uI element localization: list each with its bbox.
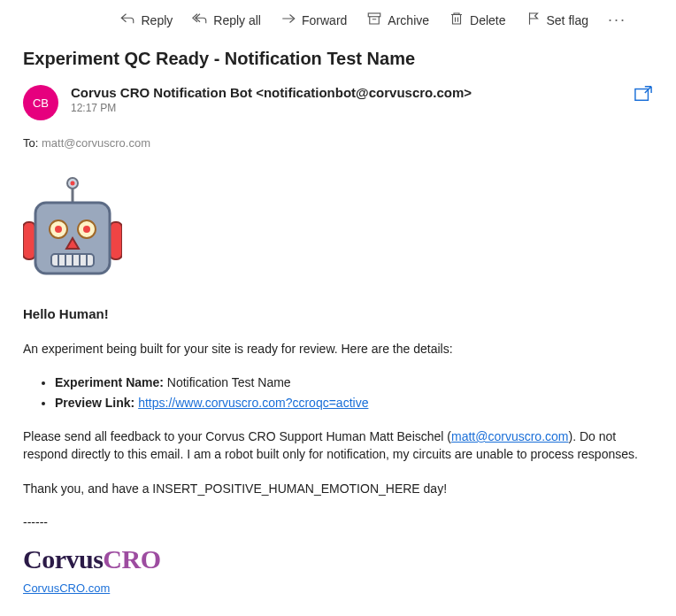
forward-label: Forward bbox=[302, 13, 347, 27]
email-header: CB Corvus CRO Notification Bot <notifica… bbox=[23, 85, 653, 120]
sent-time: 12:17 PM bbox=[71, 102, 621, 114]
logo-corvus: Corvus bbox=[23, 544, 103, 574]
message-toolbar: Reply Reply all Forward Archive Delete S… bbox=[0, 0, 648, 40]
set-flag-label: Set flag bbox=[547, 13, 588, 27]
corvuscro-logo: CorvusCRO bbox=[23, 540, 653, 579]
forward-icon bbox=[280, 11, 296, 29]
robot-icon bbox=[23, 176, 653, 287]
to-label: To: bbox=[23, 136, 38, 150]
to-value: matt@corvuscro.com bbox=[42, 136, 150, 150]
reply-all-icon bbox=[192, 11, 208, 29]
sender-avatar: CB bbox=[23, 85, 58, 120]
greeting: Hello Human! bbox=[23, 304, 653, 324]
experiment-name-value: Notification Test Name bbox=[167, 375, 291, 389]
email-subject: Experiment QC Ready - Notification Test … bbox=[23, 49, 653, 69]
delete-label: Delete bbox=[470, 13, 505, 27]
reply-icon bbox=[119, 11, 135, 29]
preview-link-label: Preview Link: bbox=[55, 396, 134, 410]
delete-button[interactable]: Delete bbox=[449, 11, 505, 29]
svg-rect-0 bbox=[369, 13, 381, 17]
sender-display: Corvus CRO Notification Bot <notificatio… bbox=[71, 85, 621, 100]
signature-divider: ------ bbox=[23, 513, 653, 531]
svg-rect-1 bbox=[635, 89, 649, 101]
thanks-text: Thank you, and have a INSERT_POSITIVE_HU… bbox=[23, 480, 653, 497]
feedback-pre: Please send all feedback to your Corvus … bbox=[23, 429, 451, 443]
reply-all-label: Reply all bbox=[213, 13, 261, 27]
svg-rect-5 bbox=[23, 222, 35, 259]
list-item: Preview Link: https://www.corvuscro.com?… bbox=[55, 394, 653, 412]
delete-icon bbox=[449, 11, 465, 29]
flag-icon bbox=[526, 11, 542, 29]
list-item: Experiment Name: Notification Test Name bbox=[55, 373, 653, 391]
reply-all-button[interactable]: Reply all bbox=[192, 11, 261, 29]
archive-icon bbox=[366, 11, 382, 29]
reply-label: Reply bbox=[141, 13, 173, 27]
intro-text: An experiment being built for your site … bbox=[23, 340, 653, 358]
feedback-paragraph: Please send all feedback to your Corvus … bbox=[23, 427, 653, 464]
svg-point-9 bbox=[55, 226, 62, 233]
more-actions-button[interactable]: ··· bbox=[608, 11, 626, 29]
forward-button[interactable]: Forward bbox=[280, 11, 347, 29]
svg-rect-6 bbox=[110, 222, 122, 259]
svg-point-11 bbox=[83, 226, 90, 233]
preview-link[interactable]: https://www.corvuscro.com?ccroqc=active bbox=[138, 396, 368, 410]
svg-point-4 bbox=[71, 181, 75, 186]
details-list: Experiment Name: Notification Test Name … bbox=[55, 373, 653, 412]
archive-button[interactable]: Archive bbox=[366, 11, 429, 29]
site-link[interactable]: CorvusCRO.com bbox=[23, 581, 110, 595]
to-line: To: matt@corvuscro.com bbox=[23, 136, 653, 150]
email-body: Hello Human! An experiment being built f… bbox=[23, 176, 653, 597]
support-email-link[interactable]: matt@corvuscro.com bbox=[451, 429, 568, 443]
logo-cro: CRO bbox=[103, 544, 160, 574]
reply-button[interactable]: Reply bbox=[119, 11, 173, 29]
set-flag-button[interactable]: Set flag bbox=[526, 11, 588, 29]
experiment-name-label: Experiment Name: bbox=[55, 375, 164, 389]
open-in-new-window-button[interactable] bbox=[634, 85, 653, 105]
archive-label: Archive bbox=[388, 13, 429, 27]
